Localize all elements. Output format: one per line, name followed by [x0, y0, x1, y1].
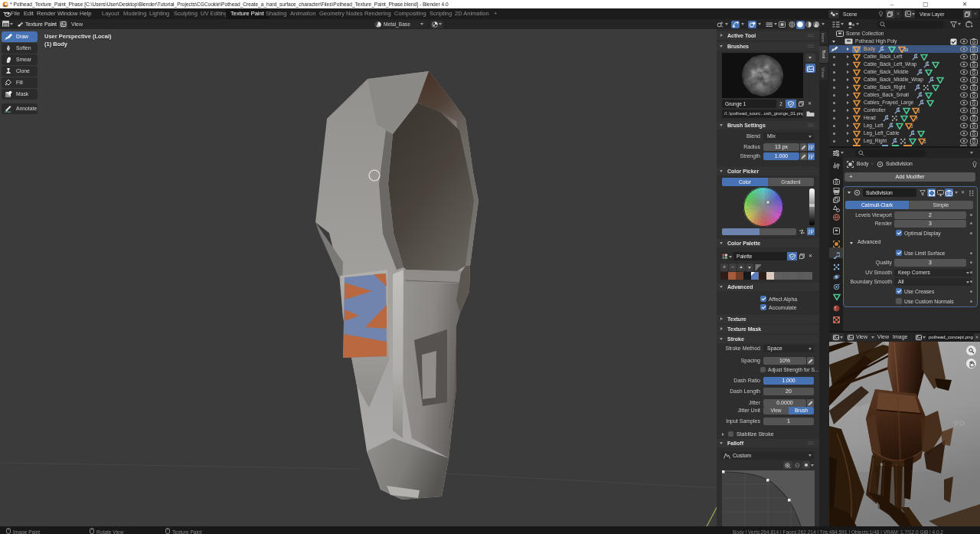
svg-text:vo: vo [953, 417, 965, 428]
